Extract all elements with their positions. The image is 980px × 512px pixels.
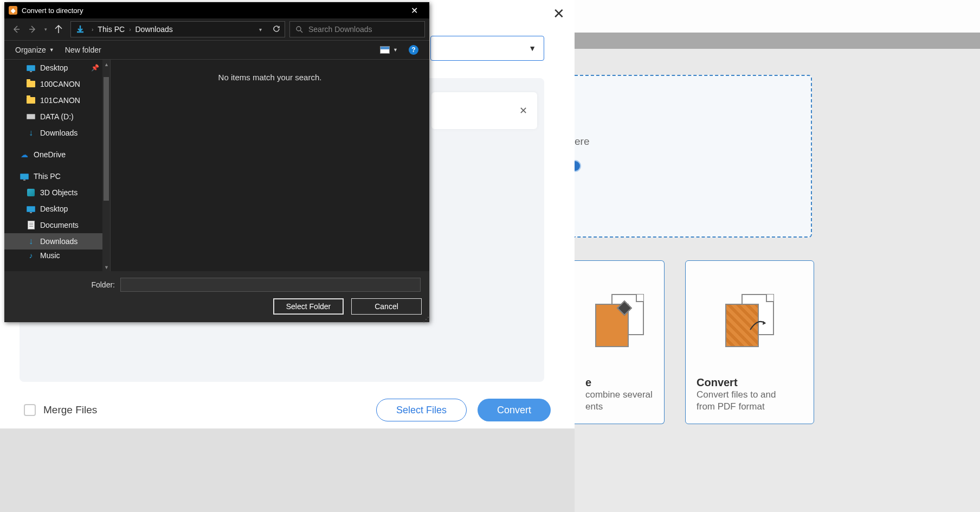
organize-label: Organize	[15, 46, 46, 54]
tree-data-d[interactable]: DATA (D:)	[4, 108, 110, 125]
breadcrumb-this-pc[interactable]: This PC	[98, 25, 125, 34]
tree-label: Desktop	[40, 63, 68, 72]
tree-label: Music	[40, 251, 60, 260]
convert-button[interactable]: Convert	[478, 399, 551, 421]
tree-label: 3D Objects	[40, 188, 78, 197]
tree-documents[interactable]: Documents	[4, 217, 110, 233]
convert-card-title: Convert	[697, 376, 803, 389]
breadcrumb-sep-icon[interactable]: ›	[89, 27, 95, 33]
search-icon	[295, 25, 303, 33]
new-folder-button[interactable]: New folder	[65, 46, 101, 54]
chevron-down-icon: ▼	[528, 44, 536, 53]
address-bar[interactable]: › This PC › Downloads ▾	[70, 21, 285, 37]
select-folder-button[interactable]: Select Folder	[273, 298, 344, 315]
drive-icon	[26, 112, 36, 121]
merge-checkbox[interactable]	[24, 404, 36, 416]
tree-101canon[interactable]: 101CANON	[4, 92, 110, 108]
nav-recent-dropdown[interactable]: ▾	[41, 22, 50, 37]
nav-tree: Desktop 📌 100CANON 101CANON DATA (D:) ↓ …	[4, 60, 111, 271]
resize-grip-icon[interactable]: ⋰	[423, 318, 428, 321]
scrollbar-thumb[interactable]	[104, 77, 109, 201]
modal-footer: Merge Files Select Files Convert	[0, 392, 575, 428]
empty-message: No items match your search.	[218, 73, 322, 82]
tree-onedrive[interactable]: ☁ OneDrive	[4, 146, 110, 163]
arrow-right-icon	[28, 25, 37, 34]
tree-desktop-quick[interactable]: Desktop 📌	[4, 60, 110, 76]
refresh-icon	[273, 25, 280, 33]
pin-icon: 📌	[91, 64, 99, 72]
organize-menu[interactable]: Organize ▼	[15, 46, 54, 54]
music-icon: ♪	[26, 251, 36, 260]
app-icon: ◆	[9, 6, 17, 15]
tree-label: Desktop	[40, 204, 68, 213]
file-dialog-nav: ▾ › This PC › Downloads ▾ Search Downloa…	[4, 18, 429, 40]
arrow-up-icon	[54, 25, 63, 34]
tree-this-pc[interactable]: This PC	[4, 168, 110, 184]
tree-desktop[interactable]: Desktop	[4, 201, 110, 217]
combine-card-image	[585, 272, 653, 371]
arrow-left-icon	[12, 25, 21, 34]
folder-icon	[26, 79, 36, 89]
view-icon	[380, 46, 390, 54]
nav-back-button[interactable]	[9, 22, 24, 37]
tree-label: OneDrive	[34, 150, 66, 159]
view-mode-button[interactable]: ▼	[380, 46, 398, 54]
address-dropdown-button[interactable]: ▾	[252, 27, 268, 33]
file-chip-close-icon[interactable]: ✕	[519, 105, 527, 117]
file-dialog-toolbar: Organize ▼ New folder ▼ ?	[4, 40, 429, 60]
folder-label: Folder:	[12, 280, 120, 289]
drop-zone[interactable]: ere	[575, 75, 812, 238]
convert-card[interactable]: Convert Convert files to and from PDF fo…	[685, 260, 814, 424]
breadcrumb: › This PC › Downloads	[89, 25, 252, 34]
combine-card[interactable]: e combine several ents	[575, 260, 665, 424]
tree-downloads[interactable]: ↓ Downloads	[4, 233, 110, 249]
tree-downloads-quick[interactable]: ↓ Downloads	[4, 125, 110, 141]
downloads-icon: ↓	[26, 128, 36, 138]
tree-scrollbar[interactable]: ▲ ▼	[102, 60, 110, 271]
scroll-up-arrow-icon[interactable]: ▲	[104, 62, 108, 66]
modal-close-button[interactable]: ✕	[553, 5, 565, 22]
combine-card-sub1: combine several	[585, 389, 653, 401]
downloads-location-icon	[74, 23, 86, 35]
app-titlebar-area	[575, 0, 980, 33]
tree-label: This PC	[34, 172, 61, 181]
folder-name-input[interactable]	[120, 278, 421, 292]
tree-label: DATA (D:)	[40, 112, 74, 121]
monitor-icon	[20, 171, 29, 181]
chevron-down-icon: ▼	[49, 47, 54, 53]
convert-card-sub1: Convert files to and	[697, 389, 803, 401]
cancel-button[interactable]: Cancel	[351, 298, 422, 315]
scroll-down-arrow-icon[interactable]: ▼	[104, 265, 108, 269]
tree-label: 100CANON	[40, 80, 80, 88]
tree-label: 101CANON	[40, 96, 80, 105]
file-list-area[interactable]: No items match your search.	[111, 60, 429, 271]
file-dialog-main: Desktop 📌 100CANON 101CANON DATA (D:) ↓ …	[4, 60, 429, 271]
3d-objects-icon	[26, 188, 36, 197]
desktop-icon	[26, 204, 36, 214]
chevron-down-icon: ▼	[393, 47, 398, 53]
desktop-icon	[26, 63, 36, 73]
refresh-button[interactable]	[268, 25, 285, 34]
tree-label: Downloads	[40, 129, 78, 137]
file-chip: ✕	[431, 92, 537, 129]
cloud-icon: ☁	[20, 150, 29, 159]
modal-grey-strip	[575, 33, 980, 49]
tree-100canon[interactable]: 100CANON	[4, 76, 110, 92]
downloads-icon: ↓	[26, 236, 36, 246]
convert-card-sub2: from PDF format	[697, 401, 803, 413]
search-box[interactable]: Search Downloads	[289, 21, 425, 37]
tree-music[interactable]: ♪ Music	[4, 249, 110, 261]
nav-forward-button[interactable]	[25, 22, 40, 37]
format-dropdown[interactable]: ▼	[430, 36, 544, 61]
help-button[interactable]: ?	[409, 45, 418, 55]
select-files-button[interactable]: Select Files	[376, 399, 467, 421]
breadcrumb-sep-icon[interactable]: ›	[127, 27, 133, 33]
file-dialog-footer: Folder: Select Folder Cancel	[4, 271, 429, 322]
combine-card-sub2: ents	[585, 401, 653, 413]
tree-3d-objects[interactable]: 3D Objects	[4, 184, 110, 201]
breadcrumb-downloads[interactable]: Downloads	[135, 25, 172, 34]
file-dialog-titlebar[interactable]: ◆ Convert to directory ✕	[4, 2, 429, 18]
nav-up-button[interactable]	[51, 22, 66, 37]
drop-zone-text: ere	[575, 136, 589, 148]
file-dialog-close-button[interactable]: ✕	[403, 2, 425, 18]
